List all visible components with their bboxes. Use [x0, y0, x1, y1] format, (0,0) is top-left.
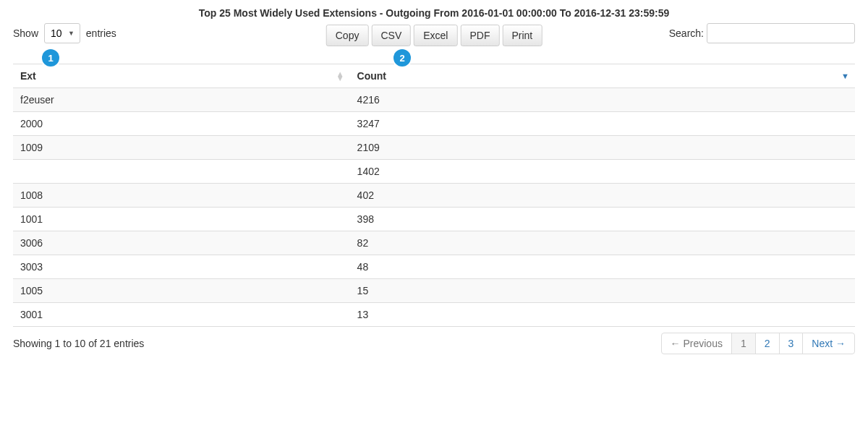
cell-count: 402 — [350, 184, 855, 208]
sort-both-icon: ▲▼ — [336, 72, 344, 80]
page-title: Top 25 Most Widely Used Extensions - Out… — [13, 7, 855, 19]
pagination-next[interactable]: Next → — [802, 333, 855, 354]
cell-ext: 1008 — [13, 184, 350, 208]
cell-count: 4216 — [350, 88, 855, 112]
table-row: 10092109 — [13, 136, 855, 160]
table-row: 300113 — [13, 303, 855, 327]
table-row: 100515 — [13, 279, 855, 303]
pagination-previous[interactable]: ← Previous — [661, 333, 732, 354]
search-control: Search: — [669, 23, 855, 43]
pagination-page-2[interactable]: 2 — [755, 333, 780, 354]
data-table: Ext ▲▼ Count ▼ f2euser421620003247100921… — [13, 64, 855, 327]
column-header-count-label: Count — [357, 70, 386, 82]
table-row: f2euser4216 — [13, 88, 855, 112]
pagination-page-1[interactable]: 1 — [731, 333, 756, 354]
cell-ext: 3003 — [13, 255, 350, 279]
copy-button[interactable]: Copy — [326, 25, 369, 46]
export-button-group: Copy CSV Excel PDF Print — [326, 25, 542, 46]
callout-badge-1: 1 — [42, 49, 59, 67]
length-select[interactable]: 10 — [44, 23, 80, 43]
length-show-label: Show — [13, 27, 38, 39]
pdf-button[interactable]: PDF — [460, 25, 499, 46]
callout-badge-2: 2 — [393, 49, 411, 67]
cell-count: 48 — [350, 255, 855, 279]
table-row: 1001398 — [13, 208, 855, 231]
cell-count: 82 — [350, 231, 855, 255]
pagination-page-3[interactable]: 3 — [779, 333, 804, 354]
cell-ext — [13, 160, 350, 184]
cell-count: 13 — [350, 303, 855, 327]
table-info: Showing 1 to 10 of 21 entries — [13, 338, 144, 349]
table-row: 20003247 — [13, 112, 855, 136]
csv-button[interactable]: CSV — [371, 25, 411, 46]
cell-ext: 3001 — [13, 303, 350, 327]
cell-ext: f2euser — [13, 88, 350, 112]
cell-count: 2109 — [350, 136, 855, 160]
search-input[interactable] — [707, 23, 855, 43]
cell-count: 3247 — [350, 112, 855, 136]
cell-ext: 1001 — [13, 208, 350, 231]
cell-ext: 3006 — [13, 231, 350, 255]
table-row: 300682 — [13, 231, 855, 255]
cell-count: 1402 — [350, 160, 855, 184]
table-row: 1402 — [13, 160, 855, 184]
column-header-ext[interactable]: Ext ▲▼ — [13, 64, 350, 88]
print-button[interactable]: Print — [502, 25, 542, 46]
column-header-ext-label: Ext — [20, 70, 36, 82]
cell-ext: 2000 — [13, 112, 350, 136]
length-control: Show 10 ▼ entries — [13, 23, 116, 43]
cell-count: 15 — [350, 279, 855, 303]
table-controls: Show 10 ▼ entries Copy CSV Excel PDF Pri… — [13, 23, 855, 43]
column-header-count[interactable]: Count ▼ — [350, 64, 855, 88]
sort-desc-icon: ▼ — [841, 74, 849, 78]
table-row: 300348 — [13, 255, 855, 279]
search-label: Search: — [669, 27, 704, 39]
cell-ext: 1009 — [13, 136, 350, 160]
cell-ext: 1005 — [13, 279, 350, 303]
excel-button[interactable]: Excel — [414, 25, 457, 46]
table-footer: Showing 1 to 10 of 21 entries ← Previous… — [13, 333, 855, 354]
length-entries-label: entries — [86, 27, 116, 39]
pagination: ← Previous 1 2 3 Next → — [661, 333, 855, 354]
table-row: 1008402 — [13, 184, 855, 208]
cell-count: 398 — [350, 208, 855, 231]
